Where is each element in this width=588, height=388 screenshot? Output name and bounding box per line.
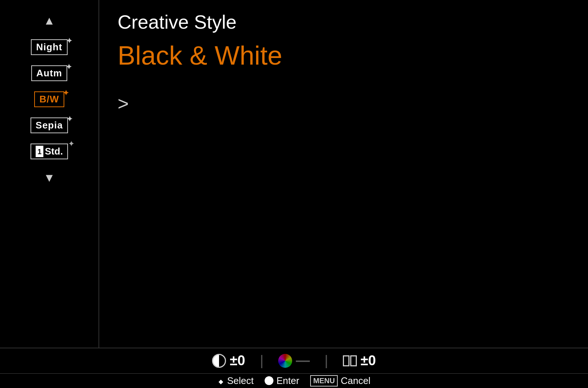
color-control: — <box>278 353 310 369</box>
contrast-icon <box>212 354 226 368</box>
sharpness-icon <box>343 355 357 366</box>
sidebar-item-night[interactable]: Night ✦ <box>31 39 67 55</box>
dpad-icon: ⬥ <box>218 374 224 387</box>
bottom-bar: ±0 | — | ±0 ⬥ Select Enter MENU <box>0 348 588 388</box>
bw-sparkle-icon: ✦ <box>63 88 69 97</box>
std-sparkle-icon: ✦ <box>68 139 75 149</box>
autm-label: Autm <box>36 68 62 79</box>
bw-label: B/W <box>39 94 59 105</box>
selected-style-value: Black & White <box>118 40 570 70</box>
sidebar-item-autm[interactable]: Autm ✦ <box>31 65 67 81</box>
sharpness-control: ±0 <box>343 353 376 369</box>
scroll-up-button[interactable]: ▲ <box>43 14 55 28</box>
color-value: — <box>296 353 310 369</box>
contrast-value: ±0 <box>230 353 245 369</box>
night-sparkle-icon: ✦ <box>66 36 73 45</box>
nav-row: ⬥ Select Enter MENU Cancel <box>0 374 588 388</box>
controls-row: ±0 | — | ±0 <box>0 348 588 374</box>
page-title: Creative Style <box>118 11 570 33</box>
std-prefix: 1 <box>36 146 43 157</box>
enter-label: Enter <box>276 375 299 387</box>
sepia-sparkle-icon: ✦ <box>67 115 73 123</box>
main-container: ▲ Night ✦ Autm ✦ B/W ✦ Sepia <box>0 0 588 348</box>
sharpness-value: ±0 <box>361 353 376 369</box>
separator-2: | <box>325 353 328 369</box>
autm-sparkle-icon: ✦ <box>66 62 72 71</box>
sidebar-item-bw[interactable]: B/W ✦ <box>34 91 64 107</box>
expand-chevron-icon[interactable]: > <box>118 93 570 115</box>
scroll-down-button[interactable]: ▼ <box>43 171 55 185</box>
nav-select: ⬥ Select <box>218 374 254 387</box>
color-wheel-icon <box>278 354 292 368</box>
sidebar: ▲ Night ✦ Autm ✦ B/W ✦ Sepia <box>0 0 99 348</box>
cancel-label: Cancel <box>341 375 370 387</box>
sidebar-item-std[interactable]: 1 Std. ✦ <box>31 144 68 159</box>
separator-1: | <box>260 353 263 369</box>
night-label: Night <box>36 41 62 52</box>
std-label: Std. <box>45 146 63 157</box>
nav-enter: Enter <box>265 375 299 387</box>
sepia-label: Sepia <box>36 120 63 131</box>
sidebar-item-sepia[interactable]: Sepia ✦ <box>31 117 68 133</box>
enter-circle-icon <box>265 376 273 385</box>
select-label: Select <box>227 375 254 387</box>
menu-button-icon: MENU <box>310 375 338 387</box>
content-area: Creative Style Black & White > <box>99 0 588 348</box>
nav-cancel: MENU Cancel <box>310 375 370 387</box>
contrast-control: ±0 <box>212 353 245 369</box>
